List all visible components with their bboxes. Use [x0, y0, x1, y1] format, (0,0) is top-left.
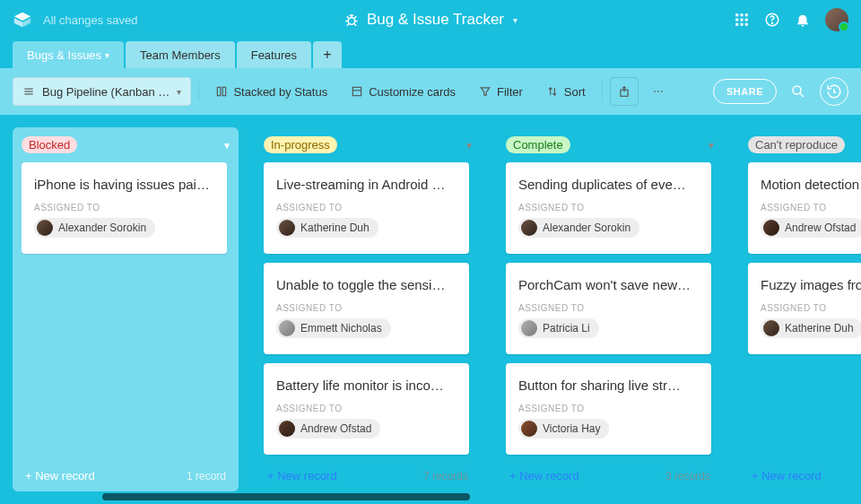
avatar: [37, 220, 53, 236]
record-card[interactable]: Battery life monitor is inco…ASSIGNED TO…: [264, 363, 469, 455]
share-button[interactable]: SHARE: [713, 79, 777, 104]
status-badge: Complete: [506, 136, 570, 153]
record-count: 7 records: [423, 470, 468, 482]
add-table-button[interactable]: +: [313, 41, 342, 68]
stacked-by-button[interactable]: Stacked by Status: [206, 77, 336, 106]
record-card[interactable]: Sending duplicates of eve…ASSIGNED TOAle…: [506, 162, 711, 254]
history-button[interactable]: [820, 77, 848, 106]
record-card[interactable]: Unable to toggle the sensi…ASSIGNED TOEm…: [264, 263, 469, 354]
column-header: Blocked▾: [22, 136, 230, 153]
assignee-name: Andrew Ofstad: [300, 422, 371, 435]
record-card[interactable]: iPhone is having issues pai…ASSIGNED TOA…: [22, 162, 227, 254]
assignee-name: Andrew Ofstad: [785, 222, 856, 234]
svg-point-25: [657, 91, 659, 92]
app-title-wrap[interactable]: Bug & Issue Tracker ▾: [344, 0, 517, 39]
svg-point-3: [348, 18, 355, 25]
kanban-column-blocked: Blocked▾iPhone is having issues pai…ASSI…: [13, 127, 239, 491]
more-options-button[interactable]: [644, 84, 673, 99]
field-label: ASSIGNED TO: [518, 203, 699, 213]
new-record-button[interactable]: + New record: [752, 469, 822, 482]
filter-icon: [479, 85, 491, 98]
avatar: [763, 320, 779, 336]
sort-icon: [546, 85, 559, 98]
card-list[interactable]: iPhone is having issues pai…ASSIGNED TOA…: [22, 162, 230, 462]
svg-point-14: [771, 22, 772, 23]
scroll-thumb[interactable]: [102, 493, 470, 500]
assignee-chip: Katherine Duh: [761, 318, 861, 338]
column-menu-button[interactable]: ▾: [224, 139, 230, 152]
svg-marker-22: [481, 88, 489, 95]
share-view-button[interactable]: [610, 77, 639, 106]
field-label: ASSIGNED TO: [761, 303, 861, 313]
column-menu-button[interactable]: ▾: [466, 139, 472, 152]
apps-grid-icon[interactable]: [734, 12, 750, 28]
stack-icon: [215, 85, 228, 98]
top-header: All changes saved Bug & Issue Tracker ▾: [0, 0, 861, 39]
board-row[interactable]: Blocked▾iPhone is having issues pai…ASSI…: [0, 115, 861, 504]
record-card[interactable]: Motion detectionASSIGNED TOAndrew Ofstad: [748, 162, 861, 254]
new-record-button[interactable]: + New record: [509, 469, 579, 482]
divider: [602, 82, 603, 101]
svg-rect-5: [741, 13, 744, 16]
card-list[interactable]: Live-streaming in Android …ASSIGNED TOKa…: [264, 162, 472, 462]
divider: [198, 82, 199, 101]
search-button[interactable]: [786, 77, 811, 106]
card-title: Sending duplicates of eve…: [518, 177, 699, 192]
svg-line-28: [800, 93, 804, 97]
table-tab-features[interactable]: Features: [237, 41, 311, 68]
kanban-column-complete: Complete▾Sending duplicates of eve…ASSIG…: [497, 127, 723, 491]
new-record-button[interactable]: + New record: [25, 469, 95, 482]
customize-cards-button[interactable]: Customize cards: [342, 77, 465, 106]
assignee-name: Katherine Duh: [785, 322, 854, 335]
field-label: ASSIGNED TO: [276, 303, 457, 313]
table-tab-team-members[interactable]: Team Members: [126, 41, 235, 68]
save-status: All changes saved: [43, 13, 138, 27]
record-card[interactable]: Button for sharing live str…ASSIGNED TOV…: [506, 363, 711, 455]
assignee-chip: Andrew Ofstad: [276, 419, 380, 439]
assignee-chip: Emmett Nicholas: [276, 318, 391, 338]
field-label: ASSIGNED TO: [518, 404, 699, 413]
sort-button[interactable]: Sort: [537, 77, 595, 106]
svg-rect-8: [741, 19, 744, 22]
share-arrow-icon: [618, 85, 631, 98]
card-list[interactable]: Motion detectionASSIGNED TOAndrew Ofstad…: [748, 162, 861, 462]
card-title: Fuzzy images fro: [761, 277, 861, 292]
current-user-avatar[interactable]: [825, 8, 848, 31]
svg-rect-7: [735, 19, 738, 22]
column-footer: + New record1 record: [22, 462, 230, 482]
card-title: Unable to toggle the sensi…: [276, 277, 457, 292]
field-label: ASSIGNED TO: [276, 404, 457, 413]
help-icon[interactable]: [764, 12, 780, 28]
bug-icon: [344, 12, 360, 28]
status-badge: In-progress: [264, 136, 337, 153]
svg-rect-18: [218, 87, 222, 95]
search-icon: [790, 83, 806, 100]
record-card[interactable]: Live-streaming in Android …ASSIGNED TOKa…: [264, 162, 469, 254]
app-title: Bug & Issue Tracker: [367, 11, 504, 29]
column-header: Can't reproduce▾: [748, 136, 861, 153]
view-switcher[interactable]: Bug Pipeline (Kanban … ▾: [13, 77, 191, 106]
kanban-column-cantrepro: Can't reproduce▾Motion detectionASSIGNED…: [739, 127, 861, 491]
filter-button[interactable]: Filter: [470, 77, 532, 106]
record-card[interactable]: Fuzzy images froASSIGNED TOKatherine Duh: [748, 263, 861, 354]
column-footer: + New record: [748, 462, 861, 482]
record-count: 1 record: [187, 470, 226, 482]
record-count: 3 records: [665, 470, 710, 482]
airtable-logo-icon[interactable]: [13, 10, 32, 30]
card-title: Button for sharing live str…: [518, 378, 699, 393]
svg-rect-12: [745, 23, 748, 26]
status-badge: Blocked: [22, 136, 77, 153]
new-record-button[interactable]: + New record: [267, 469, 337, 482]
column-footer: + New record3 records: [506, 462, 714, 482]
card-list[interactable]: Sending duplicates of eve…ASSIGNED TOAle…: [506, 162, 714, 462]
history-icon: [826, 83, 842, 100]
table-tab-bugs-issues[interactable]: Bugs & Issues▾: [13, 41, 124, 68]
horizontal-scrollbar[interactable]: [0, 490, 861, 504]
column-menu-button[interactable]: ▾: [709, 139, 714, 152]
bell-icon[interactable]: [795, 12, 811, 28]
record-card[interactable]: PorchCam won't save new…ASSIGNED TOPatri…: [506, 263, 711, 354]
tab-label: Team Members: [140, 48, 221, 62]
assignee-chip: Victoria Hay: [518, 419, 609, 439]
svg-rect-9: [745, 19, 748, 22]
tab-label: Bugs & Issues: [27, 48, 101, 62]
